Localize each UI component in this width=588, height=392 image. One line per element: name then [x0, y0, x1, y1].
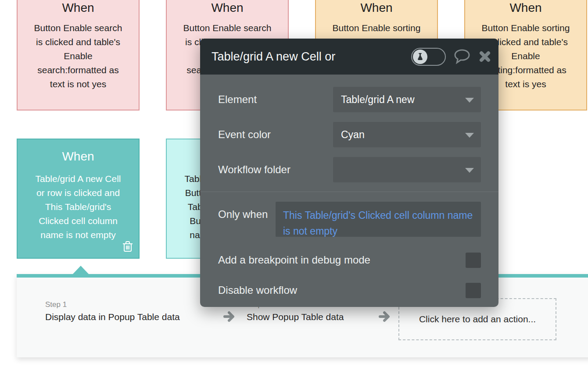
element-dropdown[interactable]: Table/grid A new — [333, 87, 481, 112]
comment-bubble-icon[interactable] — [453, 48, 471, 65]
only-when-label: Only when — [218, 208, 268, 221]
event-card-body: Table/grid A new Cell or row is clicked … — [18, 172, 139, 242]
trash-icon[interactable] — [122, 240, 133, 254]
only-when-expression: This Table/grid's Clicked cell column na… — [283, 207, 481, 239]
event-card-enable-search-not-yes[interactable]: When Button Enable search is clicked and… — [17, 0, 140, 110]
add-action-label: Click here to add an action... — [419, 314, 536, 324]
element-label: Element — [218, 93, 257, 106]
workflow-canvas: When Button Enable search is clicked and… — [0, 0, 588, 392]
event-color-dropdown-value: Cyan — [341, 122, 365, 147]
event-card-title: When — [465, 0, 586, 16]
event-card-body: Button Enable search is clicked and tabl… — [18, 21, 139, 91]
close-icon[interactable] — [478, 50, 491, 63]
experiment-flask-toggle[interactable] — [411, 48, 446, 66]
selected-event-pointer — [72, 266, 89, 274]
event-card-title: When — [316, 0, 437, 16]
event-card-title: When — [18, 0, 139, 16]
event-color-label: Event color — [218, 128, 271, 141]
event-card-cell-clicked-selected[interactable]: When Table/grid A new Cell or row is cli… — [17, 139, 140, 259]
workflow-folder-label: Workflow folder — [218, 164, 290, 176]
event-card-title: When — [167, 0, 288, 16]
event-card-title: When — [18, 149, 139, 164]
step1-label: Step 1 — [45, 300, 67, 309]
element-dropdown-value: Table/grid A new — [341, 87, 415, 112]
chevron-down-icon — [465, 98, 474, 103]
workflow-folder-dropdown[interactable] — [333, 157, 481, 182]
modal-header: Table/grid A new Cell or — [200, 39, 498, 75]
step1-action[interactable]: Display data in Popup Table data — [45, 312, 180, 322]
step-arrow-icon — [378, 311, 391, 324]
event-color-dropdown[interactable]: Cyan — [333, 122, 481, 147]
modal-title: Table/grid A new Cell or — [212, 39, 335, 75]
disable-workflow-checkbox[interactable] — [466, 283, 481, 298]
disable-workflow-label: Disable workflow — [218, 284, 297, 296]
chevron-down-icon — [465, 168, 474, 173]
only-when-expression-input[interactable]: This Table/grid's Clicked cell column na… — [276, 202, 481, 237]
divider — [200, 192, 498, 192]
chevron-down-icon — [465, 133, 474, 138]
flask-icon — [413, 50, 427, 64]
step2-action[interactable]: Show Popup Table data — [247, 312, 344, 322]
breakpoint-checkbox[interactable] — [466, 253, 481, 268]
event-properties-modal: Table/grid A new Cell or — [200, 39, 498, 307]
step-arrow-icon — [223, 311, 236, 324]
breakpoint-label: Add a breakpoint in debug mode — [218, 254, 370, 266]
modal-header-icons — [411, 39, 491, 75]
